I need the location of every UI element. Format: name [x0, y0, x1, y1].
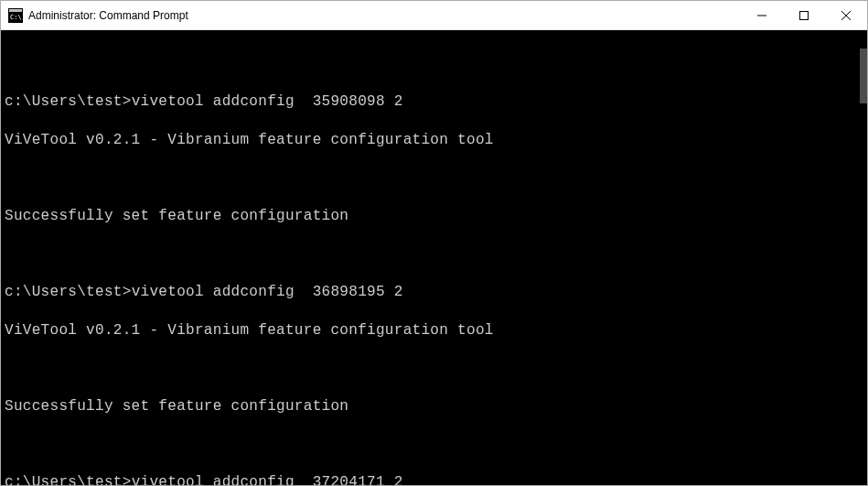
svg-rect-1 [9, 9, 22, 12]
prompt: c:\Users\test> [5, 284, 132, 300]
command-text: vivetool addconfig 36898195 2 [132, 284, 403, 300]
window-title: Administrator: Command Prompt [28, 9, 741, 22]
scrollbar[interactable] [852, 30, 867, 485]
blank-line [5, 360, 860, 379]
minimize-button[interactable] [741, 1, 783, 29]
command-line: c:\Users\test>vivetool addconfig 3689819… [5, 283, 860, 302]
prompt: c:\Users\test> [5, 474, 132, 485]
output-line: ViVeTool v0.2.1 - Vibranium feature conf… [5, 321, 860, 340]
blank-line [5, 55, 860, 74]
scrollbar-thumb[interactable] [860, 49, 867, 103]
svg-text:C:\: C:\ [10, 14, 22, 21]
command-text: vivetool addconfig 37204171 2 [132, 474, 403, 485]
svg-rect-4 [800, 11, 809, 19]
close-button[interactable] [825, 1, 867, 29]
blank-line [5, 245, 860, 265]
blank-line [5, 169, 860, 189]
command-text: vivetool addconfig 35908098 2 [132, 93, 403, 110]
output-line: ViVeTool v0.2.1 - Vibranium feature conf… [5, 131, 860, 150]
command-line: c:\Users\test>vivetool addconfig 3720417… [5, 473, 860, 485]
window-controls-group [741, 1, 867, 29]
output-line: Successfully set feature configuration [5, 207, 860, 226]
prompt: c:\Users\test> [5, 93, 132, 110]
blank-line [5, 436, 860, 455]
maximize-button[interactable] [783, 1, 825, 29]
output-line: Successfully set feature configuration [5, 397, 860, 416]
cmd-icon: C:\ [8, 8, 23, 23]
command-line: c:\Users\test>vivetool addconfig 3590809… [5, 92, 860, 112]
terminal-area[interactable]: c:\Users\test>vivetool addconfig 3590809… [1, 30, 867, 485]
titlebar: C:\ Administrator: Command Prompt [1, 1, 867, 30]
